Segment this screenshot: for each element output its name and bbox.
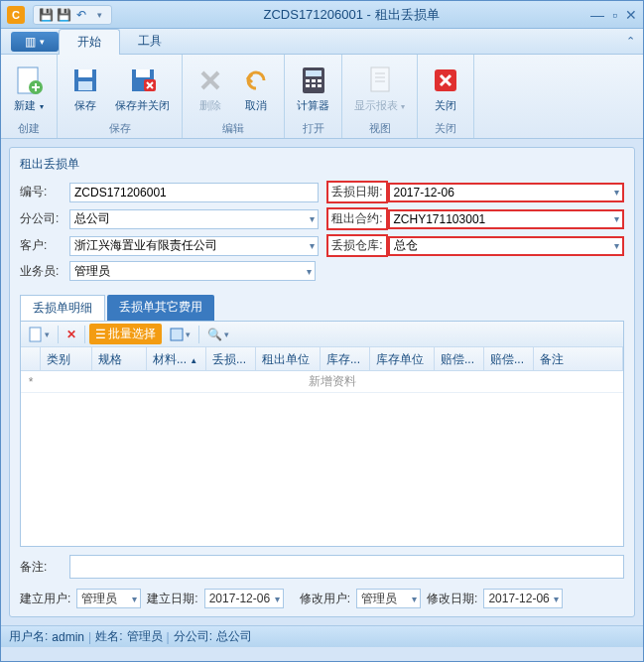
warehouse-label: 丢损仓库: bbox=[326, 234, 388, 257]
branch-label: 分公司: bbox=[20, 210, 69, 227]
book-icon: ▥ bbox=[25, 35, 36, 49]
save-close-button[interactable]: 保存并关闭 bbox=[109, 63, 176, 115]
remark-input[interactable] bbox=[69, 555, 624, 579]
svg-rect-6 bbox=[136, 69, 150, 77]
number-label: 编号: bbox=[20, 184, 69, 200]
warehouse-input[interactable]: 总仓 bbox=[388, 236, 625, 256]
batch-select-button[interactable]: ☰批量选择 bbox=[89, 324, 162, 344]
modify-user-label: 修改用户: bbox=[300, 591, 350, 607]
svg-rect-16 bbox=[371, 67, 389, 91]
number-input[interactable]: ZCDS171206001 bbox=[69, 183, 319, 202]
menubar: ▥▾ 开始 工具 ⌃ bbox=[1, 29, 643, 55]
svg-rect-3 bbox=[78, 69, 92, 77]
ribbon: 新建 ▾ 创建 保存 保存并关闭 保存 删除 取消 bbox=[1, 55, 643, 139]
svg-rect-13 bbox=[306, 84, 310, 87]
minimize-button[interactable]: — bbox=[590, 7, 604, 23]
quick-access-toolbar: 💾 💾 ↶ ▾ bbox=[33, 5, 112, 25]
svg-rect-9 bbox=[306, 70, 322, 76]
undo-icon bbox=[240, 65, 272, 96]
ribbon-collapse-icon[interactable]: ⌃ bbox=[626, 35, 635, 48]
branch-input[interactable]: 总公司 bbox=[69, 209, 319, 229]
lossdate-input[interactable]: 2017-12-06 bbox=[388, 183, 625, 202]
tab-start[interactable]: 开始 bbox=[59, 29, 120, 55]
grid: ▾ ✕ ☰批量选择 ▾ 🔍▾ 类别 规格 材料... ▲ 丢损... 租出单位 … bbox=[20, 321, 624, 547]
customer-input[interactable]: 浙江兴海置业有限责任公司 bbox=[69, 236, 319, 256]
close-button[interactable]: 关闭 bbox=[424, 63, 467, 115]
report-icon bbox=[364, 65, 396, 96]
delete-icon bbox=[194, 65, 226, 96]
qat-undo-icon[interactable]: ↶ bbox=[73, 7, 89, 23]
grid-new-button[interactable]: ▾ bbox=[25, 325, 54, 344]
panel-title: 租出丢损单 bbox=[20, 156, 624, 173]
create-date-input[interactable]: 2017-12-06 bbox=[204, 589, 284, 608]
svg-rect-22 bbox=[171, 329, 183, 340]
close-icon bbox=[430, 65, 461, 96]
grid-delete-button[interactable]: ✕ bbox=[63, 326, 80, 343]
customer-label: 客户: bbox=[20, 237, 69, 254]
calculator-button[interactable]: 计算器 bbox=[291, 63, 335, 115]
window-title: ZCDS171206001 - 租出丢损单 bbox=[112, 6, 590, 24]
svg-rect-21 bbox=[30, 328, 41, 341]
save-close-icon bbox=[127, 65, 159, 96]
main-panel: 租出丢损单 编号: ZCDS171206001 丢损日期: 2017-12-06… bbox=[9, 147, 635, 617]
svg-rect-11 bbox=[312, 79, 316, 82]
grid-export-button[interactable]: ▾ bbox=[166, 326, 194, 343]
modify-date-input[interactable]: 2017-12-06 bbox=[483, 589, 563, 608]
close-window-button[interactable]: ✕ bbox=[625, 7, 637, 23]
modify-date-label: 修改日期: bbox=[427, 591, 477, 607]
save-button[interactable]: 保存 bbox=[64, 63, 107, 115]
report-button[interactable]: 显示报表 ▾ bbox=[348, 63, 411, 115]
save-icon bbox=[69, 65, 101, 96]
new-icon bbox=[13, 65, 45, 96]
svg-rect-12 bbox=[318, 79, 322, 82]
grid-print-button[interactable]: 🔍▾ bbox=[203, 326, 233, 343]
qat-dropdown-icon[interactable]: ▾ bbox=[91, 7, 107, 23]
titlebar: C 💾 💾 ↶ ▾ ZCDS171206001 - 租出丢损单 — ▫ ✕ bbox=[1, 1, 643, 29]
svg-rect-10 bbox=[306, 79, 310, 82]
salesman-input[interactable]: 管理员 bbox=[69, 261, 316, 281]
calculator-icon bbox=[298, 65, 329, 96]
svg-rect-15 bbox=[318, 84, 322, 87]
contract-input[interactable]: ZCHY171103001 bbox=[388, 209, 625, 229]
app-menu-button[interactable]: ▥▾ bbox=[11, 32, 59, 52]
contract-label: 租出合约: bbox=[326, 207, 388, 230]
qat-save2-icon[interactable]: 💾 bbox=[56, 7, 71, 23]
maximize-button[interactable]: ▫ bbox=[612, 7, 617, 23]
app-logo: C bbox=[7, 6, 25, 24]
qat-save-icon[interactable]: 💾 bbox=[38, 7, 54, 23]
modify-user-input[interactable]: 管理员 bbox=[356, 589, 421, 608]
tab-detail[interactable]: 丢损单明细 bbox=[20, 295, 105, 321]
remark-label: 备注: bbox=[20, 559, 69, 576]
grid-header: 类别 规格 材料... ▲ 丢损... 租出单位 库存... 库存单位 赔偿..… bbox=[21, 347, 623, 371]
salesman-label: 业务员: bbox=[20, 263, 69, 280]
statusbar: 用户名:admin | 姓名:管理员 | 分公司:总公司 bbox=[1, 625, 643, 647]
cancel-button[interactable]: 取消 bbox=[234, 63, 278, 115]
tab-tools[interactable]: 工具 bbox=[120, 29, 180, 54]
svg-rect-4 bbox=[78, 81, 92, 90]
create-date-label: 建立日期: bbox=[147, 591, 197, 607]
lossdate-label: 丢损日期: bbox=[326, 181, 388, 203]
grid-add-row[interactable]: * 新增资料 bbox=[21, 371, 623, 393]
tab-other-fee[interactable]: 丢损单其它费用 bbox=[107, 295, 214, 321]
create-user-input[interactable]: 管理员 bbox=[76, 589, 141, 608]
create-user-label: 建立用户: bbox=[20, 591, 70, 607]
svg-rect-14 bbox=[312, 84, 316, 87]
delete-button[interactable]: 删除 bbox=[189, 63, 232, 115]
new-button[interactable]: 新建 ▾ bbox=[7, 63, 51, 115]
